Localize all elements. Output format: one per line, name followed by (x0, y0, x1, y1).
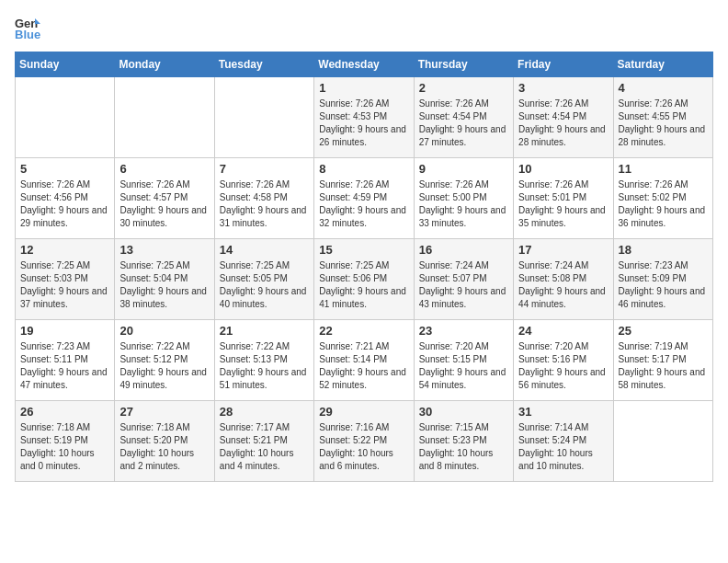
calendar-cell: 8 Sunrise: 7:26 AMSunset: 4:59 PMDayligh… (314, 158, 414, 239)
day-info: Sunrise: 7:26 AMSunset: 4:59 PMDaylight:… (319, 178, 408, 230)
day-info: Sunrise: 7:23 AMSunset: 5:11 PMDaylight:… (20, 340, 109, 392)
weekday-header-monday: Monday (115, 52, 214, 77)
day-info: Sunrise: 7:23 AMSunset: 5:09 PMDaylight:… (619, 259, 708, 311)
day-info: Sunrise: 7:25 AMSunset: 5:05 PMDaylight:… (220, 259, 309, 311)
weekday-header-saturday: Saturday (613, 52, 712, 77)
svg-text:Blue: Blue (15, 28, 40, 40)
calendar-cell: 2 Sunrise: 7:26 AMSunset: 4:54 PMDayligh… (414, 77, 513, 158)
calendar-cell (115, 77, 214, 158)
day-info: Sunrise: 7:17 AMSunset: 5:21 PMDaylight:… (220, 421, 309, 473)
day-number: 22 (319, 324, 408, 338)
weekday-header-tuesday: Tuesday (214, 52, 313, 77)
calendar-cell: 19 Sunrise: 7:23 AMSunset: 5:11 PMDaylig… (16, 320, 115, 401)
day-number: 12 (20, 243, 109, 257)
day-number: 10 (518, 162, 608, 176)
calendar-cell (214, 77, 313, 158)
day-info: Sunrise: 7:20 AMSunset: 5:16 PMDaylight:… (518, 340, 608, 392)
calendar-cell: 12 Sunrise: 7:25 AMSunset: 5:03 PMDaylig… (16, 239, 115, 320)
calendar-cell: 9 Sunrise: 7:26 AMSunset: 5:00 PMDayligh… (414, 158, 513, 239)
day-info: Sunrise: 7:14 AMSunset: 5:24 PMDaylight:… (518, 421, 608, 473)
calendar-cell: 10 Sunrise: 7:26 AMSunset: 5:01 PMDaylig… (514, 158, 613, 239)
calendar-cell: 6 Sunrise: 7:26 AMSunset: 4:57 PMDayligh… (115, 158, 214, 239)
calendar-week-3: 12 Sunrise: 7:25 AMSunset: 5:03 PMDaylig… (16, 239, 713, 320)
day-number: 26 (20, 405, 109, 419)
day-number: 28 (220, 405, 309, 419)
day-number: 25 (619, 324, 708, 338)
day-number: 20 (119, 324, 209, 338)
calendar-cell: 5 Sunrise: 7:26 AMSunset: 4:56 PMDayligh… (16, 158, 115, 239)
calendar-week-4: 19 Sunrise: 7:23 AMSunset: 5:11 PMDaylig… (16, 320, 713, 401)
day-info: Sunrise: 7:26 AMSunset: 4:55 PMDaylight:… (619, 98, 708, 149)
day-number: 15 (319, 243, 408, 257)
page-header: Gen Blue (15, 15, 713, 40)
calendar-cell: 14 Sunrise: 7:25 AMSunset: 5:05 PMDaylig… (214, 239, 313, 320)
day-number: 14 (220, 243, 309, 257)
day-info: Sunrise: 7:25 AMSunset: 5:03 PMDaylight:… (20, 259, 109, 311)
day-number: 29 (319, 405, 408, 419)
calendar-cell: 30 Sunrise: 7:15 AMSunset: 5:23 PMDaylig… (414, 401, 513, 482)
calendar-cell: 23 Sunrise: 7:20 AMSunset: 5:15 PMDaylig… (414, 320, 513, 401)
day-info: Sunrise: 7:18 AMSunset: 5:20 PMDaylight:… (119, 421, 209, 473)
day-info: Sunrise: 7:26 AMSunset: 4:54 PMDaylight:… (518, 98, 608, 149)
day-info: Sunrise: 7:26 AMSunset: 4:58 PMDaylight:… (220, 178, 309, 230)
day-number: 16 (419, 243, 508, 257)
day-number: 8 (319, 162, 408, 176)
calendar-cell: 1 Sunrise: 7:26 AMSunset: 4:53 PMDayligh… (314, 77, 414, 158)
calendar-cell (16, 77, 115, 158)
day-info: Sunrise: 7:25 AMSunset: 5:06 PMDaylight:… (319, 259, 408, 311)
day-info: Sunrise: 7:26 AMSunset: 5:02 PMDaylight:… (619, 178, 708, 230)
calendar-cell: 7 Sunrise: 7:26 AMSunset: 4:58 PMDayligh… (214, 158, 313, 239)
day-info: Sunrise: 7:18 AMSunset: 5:19 PMDaylight:… (20, 421, 109, 473)
day-info: Sunrise: 7:24 AMSunset: 5:07 PMDaylight:… (419, 259, 508, 311)
calendar-week-5: 26 Sunrise: 7:18 AMSunset: 5:19 PMDaylig… (16, 401, 713, 482)
day-number: 13 (119, 243, 209, 257)
day-info: Sunrise: 7:21 AMSunset: 5:14 PMDaylight:… (319, 340, 408, 392)
day-info: Sunrise: 7:15 AMSunset: 5:23 PMDaylight:… (419, 421, 508, 473)
day-info: Sunrise: 7:22 AMSunset: 5:13 PMDaylight:… (220, 340, 309, 392)
day-number: 24 (518, 324, 608, 338)
calendar-cell: 4 Sunrise: 7:26 AMSunset: 4:55 PMDayligh… (613, 77, 712, 158)
calendar-cell: 22 Sunrise: 7:21 AMSunset: 5:14 PMDaylig… (314, 320, 414, 401)
calendar-cell: 28 Sunrise: 7:17 AMSunset: 5:21 PMDaylig… (214, 401, 313, 482)
day-info: Sunrise: 7:24 AMSunset: 5:08 PMDaylight:… (518, 259, 608, 311)
day-number: 23 (419, 324, 508, 338)
day-info: Sunrise: 7:25 AMSunset: 5:04 PMDaylight:… (119, 259, 209, 311)
day-info: Sunrise: 7:19 AMSunset: 5:17 PMDaylight:… (619, 340, 708, 392)
day-number: 21 (220, 324, 309, 338)
logo-icon: Gen Blue (15, 15, 40, 40)
calendar-cell: 18 Sunrise: 7:23 AMSunset: 5:09 PMDaylig… (613, 239, 712, 320)
calendar-cell (613, 401, 712, 482)
calendar-cell: 21 Sunrise: 7:22 AMSunset: 5:13 PMDaylig… (214, 320, 313, 401)
day-number: 19 (20, 324, 109, 338)
day-info: Sunrise: 7:22 AMSunset: 5:12 PMDaylight:… (119, 340, 209, 392)
day-number: 5 (20, 162, 109, 176)
day-number: 31 (518, 405, 608, 419)
logo: Gen Blue (15, 15, 44, 40)
day-info: Sunrise: 7:20 AMSunset: 5:15 PMDaylight:… (419, 340, 508, 392)
day-number: 4 (619, 81, 708, 95)
day-number: 6 (119, 162, 209, 176)
day-info: Sunrise: 7:26 AMSunset: 5:00 PMDaylight:… (419, 178, 508, 230)
calendar-cell: 13 Sunrise: 7:25 AMSunset: 5:04 PMDaylig… (115, 239, 214, 320)
calendar-cell: 31 Sunrise: 7:14 AMSunset: 5:24 PMDaylig… (514, 401, 613, 482)
day-number: 17 (518, 243, 608, 257)
day-info: Sunrise: 7:26 AMSunset: 4:57 PMDaylight:… (119, 178, 209, 230)
day-info: Sunrise: 7:26 AMSunset: 5:01 PMDaylight:… (518, 178, 608, 230)
calendar-cell: 3 Sunrise: 7:26 AMSunset: 4:54 PMDayligh… (514, 77, 613, 158)
calendar-week-1: 1 Sunrise: 7:26 AMSunset: 4:53 PMDayligh… (16, 77, 713, 158)
calendar-cell: 20 Sunrise: 7:22 AMSunset: 5:12 PMDaylig… (115, 320, 214, 401)
calendar-cell: 27 Sunrise: 7:18 AMSunset: 5:20 PMDaylig… (115, 401, 214, 482)
calendar-cell: 26 Sunrise: 7:18 AMSunset: 5:19 PMDaylig… (16, 401, 115, 482)
day-info: Sunrise: 7:26 AMSunset: 4:56 PMDaylight:… (20, 178, 109, 230)
day-number: 2 (419, 81, 508, 95)
day-info: Sunrise: 7:26 AMSunset: 4:54 PMDaylight:… (419, 98, 508, 149)
day-number: 1 (319, 81, 408, 95)
day-info: Sunrise: 7:26 AMSunset: 4:53 PMDaylight:… (319, 98, 408, 149)
weekday-header-thursday: Thursday (414, 52, 513, 77)
weekday-header-wednesday: Wednesday (314, 52, 414, 77)
calendar-week-2: 5 Sunrise: 7:26 AMSunset: 4:56 PMDayligh… (16, 158, 713, 239)
calendar-cell: 11 Sunrise: 7:26 AMSunset: 5:02 PMDaylig… (613, 158, 712, 239)
day-number: 3 (518, 81, 608, 95)
calendar-cell: 17 Sunrise: 7:24 AMSunset: 5:08 PMDaylig… (514, 239, 613, 320)
weekday-header-sunday: Sunday (16, 52, 115, 77)
